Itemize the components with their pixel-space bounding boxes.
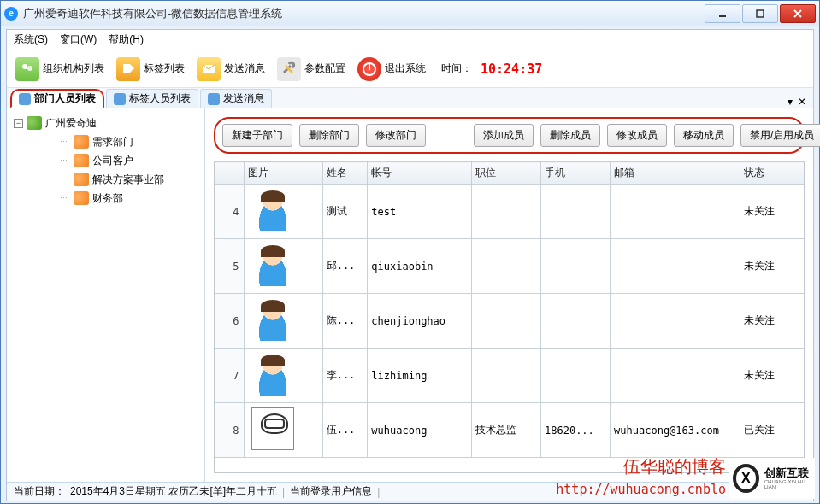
client-area: 系统(S) 窗口(W) 帮助(H) 组织机构列表 标签列表: [6, 29, 814, 501]
cell-rownum: 8: [215, 403, 245, 458]
toolbar-exit-label: 退出系统: [385, 62, 426, 76]
move-member-button[interactable]: 移动成员: [674, 124, 734, 147]
toolbar-exit[interactable]: 退出系统: [354, 56, 429, 83]
cell-photo: [245, 239, 322, 294]
tab-icon: [208, 93, 220, 105]
main: − 广州爱奇迪 ⋯ 需求部门 ⋯ 公司客户 ⋯ 解决方案事业部: [7, 108, 813, 482]
menu-window[interactable]: 窗口(W): [60, 32, 97, 47]
cell-photo: [245, 349, 322, 403]
new-sub-dept-button[interactable]: 新建子部门: [222, 124, 292, 147]
col-photo[interactable]: 图片: [245, 162, 322, 185]
menubar: 系统(S) 窗口(W) 帮助(H): [7, 30, 813, 50]
edit-dept-button[interactable]: 修改部门: [366, 124, 426, 147]
status-separator: |: [377, 486, 380, 498]
svg-point-2: [22, 64, 27, 69]
table-row[interactable]: 8伍...wuhuacong技术总监18620...wuhuacong@163.…: [215, 403, 805, 458]
window-controls: [705, 4, 816, 23]
tree-root[interactable]: − 广州爱奇迪: [10, 114, 201, 132]
cell-name: 测试: [322, 185, 368, 239]
tab-dropdown-icon[interactable]: ▾: [788, 96, 793, 108]
table-row[interactable]: 5邱...qiuxiaobin未关注: [215, 239, 805, 294]
dept-icon: [74, 173, 89, 186]
delete-dept-button[interactable]: 删除部门: [299, 124, 359, 147]
tab-close-icon[interactable]: ✕: [798, 96, 806, 108]
toolbar-send[interactable]: 发送消息: [193, 56, 268, 83]
tree-connector: ⋯: [60, 175, 67, 184]
tree-node-label: 解决方案事业部: [92, 173, 164, 187]
users-icon: [15, 57, 39, 81]
cell-account: wuhuacong: [368, 403, 472, 458]
cell-position: [471, 349, 540, 403]
clock-label: 时间：: [441, 62, 472, 76]
table-row[interactable]: 7李...lizhiming未关注: [215, 349, 805, 403]
svg-rect-1: [757, 10, 764, 17]
dept-icon: [74, 154, 89, 167]
tree-node[interactable]: ⋯ 财务部: [10, 189, 201, 208]
col-position[interactable]: 职位: [471, 162, 540, 185]
maximize-icon: [756, 9, 764, 18]
tree-node-label: 财务部: [92, 191, 123, 206]
menu-system[interactable]: 系统(S): [14, 32, 48, 47]
tree-node[interactable]: ⋯ 公司客户: [10, 151, 201, 170]
toolbar-org-label: 组织机构列表: [43, 62, 104, 76]
tab-icon: [114, 93, 126, 105]
cell-mobile: [541, 239, 611, 294]
col-status[interactable]: 状态: [740, 162, 805, 185]
cell-email: wuhuacong@163.com: [611, 403, 740, 458]
tab-tag-members[interactable]: 标签人员列表: [106, 89, 198, 108]
toolbar-settings-label: 参数配置: [304, 62, 345, 76]
minimize-icon: [718, 9, 727, 18]
collapse-icon[interactable]: −: [14, 119, 23, 128]
tree-node[interactable]: ⋯ 需求部门: [10, 132, 201, 151]
tab-send-message[interactable]: 发送消息: [200, 89, 272, 108]
avatar: [251, 298, 294, 341]
table-row[interactable]: 4测试test未关注: [215, 185, 805, 239]
status-date-value: 2015年4月3日星期五 农历乙未[羊]年二月十五: [70, 484, 277, 499]
action-bar: 新建子部门 删除部门 修改部门 添加成员 删除成员 修改成员 移动成员 禁用/启…: [214, 117, 805, 154]
col-mobile[interactable]: 手机: [541, 162, 611, 185]
titlebar[interactable]: e 广州爱奇迪软件科技有限公司-微信数据信息管理系统: [1, 1, 819, 26]
minimize-button[interactable]: [705, 4, 740, 23]
maximize-button[interactable]: [742, 4, 778, 23]
cell-email: [611, 349, 740, 403]
cell-account: test: [368, 185, 472, 239]
col-email[interactable]: 邮箱: [611, 162, 740, 185]
cell-rownum: 5: [215, 239, 245, 294]
toolbar-settings[interactable]: 参数配置: [274, 56, 349, 83]
add-member-button[interactable]: 添加成员: [474, 124, 534, 147]
delete-member-button[interactable]: 删除成员: [540, 124, 600, 147]
tree-node-label: 需求部门: [92, 135, 133, 149]
dept-icon: [74, 135, 89, 149]
cell-email: [611, 239, 740, 294]
tree-node[interactable]: ⋯ 解决方案事业部: [10, 170, 201, 189]
toolbar-tag[interactable]: 标签列表: [113, 56, 188, 83]
col-name[interactable]: 姓名: [322, 162, 368, 185]
company-icon: [27, 116, 42, 130]
cell-name: 邱...: [322, 239, 368, 294]
tab-dept-members[interactable]: 部门人员列表: [10, 89, 104, 108]
cell-mobile: [541, 185, 611, 239]
table-row[interactable]: 6陈...chenjionghao未关注: [215, 294, 805, 349]
tab-label: 发送消息: [223, 91, 264, 106]
cell-position: [471, 239, 540, 294]
col-account[interactable]: 帐号: [368, 162, 472, 185]
tabstrip: 部门人员列表 标签人员列表 发送消息 ▾ ✕: [7, 88, 813, 108]
envelope-icon: [197, 57, 221, 81]
close-button[interactable]: [780, 4, 816, 23]
toolbar: 组织机构列表 标签列表 发送消息 参数配置: [7, 50, 813, 88]
clock-time: 10:24:37: [481, 62, 542, 77]
member-grid[interactable]: 图片 姓名 帐号 职位 手机 邮箱 状态 图片地址 4测试test未关注5邱..…: [214, 161, 805, 473]
tree-node-label: 公司客户: [92, 154, 133, 168]
cell-email: [611, 185, 740, 239]
col-rownum[interactable]: [215, 162, 245, 185]
tab-label: 标签人员列表: [129, 91, 191, 106]
cell-photo: [245, 185, 322, 239]
menu-help[interactable]: 帮助(H): [109, 32, 144, 47]
edit-member-button[interactable]: 修改成员: [607, 124, 667, 147]
cell-account: qiuxiaobin: [368, 239, 472, 294]
svg-point-3: [27, 66, 32, 71]
toolbar-org[interactable]: 组织机构列表: [12, 56, 108, 83]
dept-tree[interactable]: − 广州爱奇迪 ⋯ 需求部门 ⋯ 公司客户 ⋯ 解决方案事业部: [7, 108, 205, 482]
toggle-member-button[interactable]: 禁用/启用成员: [740, 124, 820, 147]
cell-name: 陈...: [322, 294, 368, 349]
